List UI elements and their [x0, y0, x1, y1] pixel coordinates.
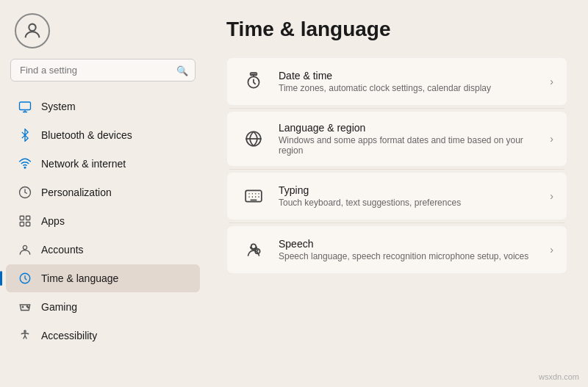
sidebar-item-apps[interactable]: Apps: [6, 207, 200, 235]
sidebar-item-accounts-label: Accounts: [41, 244, 84, 256]
settings-item-speech[interactable]: Speech Speech language, speech recogniti…: [226, 225, 567, 274]
settings-item-typing-desc: Touch keyboard, text suggestions, prefer…: [279, 198, 461, 208]
chevron-right-icon: ›: [550, 76, 553, 87]
network-icon: [18, 156, 32, 171]
speech-icon: [240, 236, 267, 263]
language-icon: [240, 126, 267, 152]
search-box: 🔍: [10, 59, 196, 82]
settings-item-date-time-text: Date & time Time zones, automatic clock …: [279, 70, 491, 93]
settings-item-language-desc: Windows and some apps format dates and t…: [279, 135, 538, 156]
settings-item-date-time-desc: Time zones, automatic clock settings, ca…: [279, 83, 491, 93]
settings-item-typing[interactable]: Typing Touch keyboard, text suggestions,…: [226, 172, 567, 220]
svg-rect-4: [26, 216, 30, 220]
search-input[interactable]: [10, 59, 196, 82]
sidebar-item-network[interactable]: Network & internet: [6, 150, 200, 178]
settings-item-speech-text: Speech Speech language, speech recogniti…: [279, 238, 528, 261]
divider-2: [229, 169, 564, 170]
search-icon: 🔍: [176, 65, 188, 76]
sidebar-item-accessibility-label: Accessibility: [41, 330, 97, 341]
svg-point-10: [28, 307, 29, 308]
main-content: Time & language Date & time Time zones, …: [206, 0, 588, 387]
time-icon: [18, 271, 32, 286]
date-time-icon: [240, 68, 267, 95]
sidebar-item-time[interactable]: Time & language: [6, 264, 200, 292]
settings-item-typing-text: Typing Touch keyboard, text suggestions,…: [279, 184, 461, 208]
divider-3: [229, 223, 564, 223]
sidebar-item-system[interactable]: System: [6, 93, 200, 120]
page-title: Time & language: [226, 18, 567, 41]
sidebar-item-time-label: Time & language: [41, 272, 118, 284]
gaming-icon: [18, 300, 32, 314]
svg-point-7: [23, 245, 26, 249]
sidebar: 🔍 System Bluetooth & devices: [0, 0, 206, 387]
svg-point-0: [29, 24, 35, 31]
nav-list: System Bluetooth & devices Network & in: [0, 89, 206, 387]
sidebar-item-personalization[interactable]: Personalization: [6, 178, 200, 206]
svg-rect-6: [26, 223, 30, 226]
accounts-icon: [18, 242, 32, 257]
watermark: wsxdn.com: [539, 372, 579, 381]
chevron-right-icon-2: ›: [550, 133, 553, 145]
system-icon: [18, 99, 32, 114]
sidebar-item-accessibility[interactable]: Accessibility: [6, 322, 200, 350]
sidebar-item-system-label: System: [41, 101, 76, 112]
personalization-icon: [18, 185, 32, 200]
settings-item-language-text: Language & region Windows and some apps …: [279, 122, 538, 156]
bluetooth-icon: [18, 128, 32, 142]
avatar-area: [0, 0, 206, 59]
svg-rect-1: [20, 102, 31, 110]
settings-item-date-time[interactable]: Date & time Time zones, automatic clock …: [226, 57, 567, 106]
settings-item-speech-desc: Speech language, speech recognition micr…: [279, 251, 528, 261]
svg-point-11: [24, 330, 26, 332]
accessibility-icon: [18, 328, 32, 343]
typing-icon: [240, 183, 267, 209]
sidebar-item-bluetooth[interactable]: Bluetooth & devices: [6, 121, 200, 149]
svg-rect-3: [20, 216, 24, 220]
sidebar-item-apps-label: Apps: [41, 215, 65, 227]
sidebar-item-gaming-label: Gaming: [41, 301, 77, 313]
divider-1: [229, 108, 564, 109]
svg-point-16: [251, 244, 257, 249]
settings-item-typing-title: Typing: [279, 184, 461, 196]
avatar[interactable]: [15, 13, 50, 48]
settings-item-date-time-title: Date & time: [279, 70, 491, 82]
sidebar-item-personalization-label: Personalization: [41, 187, 112, 198]
settings-item-speech-title: Speech: [279, 238, 528, 250]
chevron-right-icon-4: ›: [550, 244, 553, 256]
svg-point-2: [24, 167, 26, 168]
settings-list: Date & time Time zones, automatic clock …: [226, 57, 567, 274]
sidebar-item-bluetooth-label: Bluetooth & devices: [41, 129, 132, 141]
settings-item-language[interactable]: Language & region Windows and some apps …: [226, 111, 567, 167]
settings-item-language-title: Language & region: [279, 122, 538, 134]
svg-rect-5: [20, 223, 24, 226]
apps-icon: [18, 214, 32, 228]
chevron-right-icon-3: ›: [550, 190, 553, 202]
sidebar-item-gaming[interactable]: Gaming: [6, 293, 200, 321]
sidebar-item-network-label: Network & internet: [41, 158, 126, 170]
sidebar-item-accounts[interactable]: Accounts: [6, 236, 200, 264]
